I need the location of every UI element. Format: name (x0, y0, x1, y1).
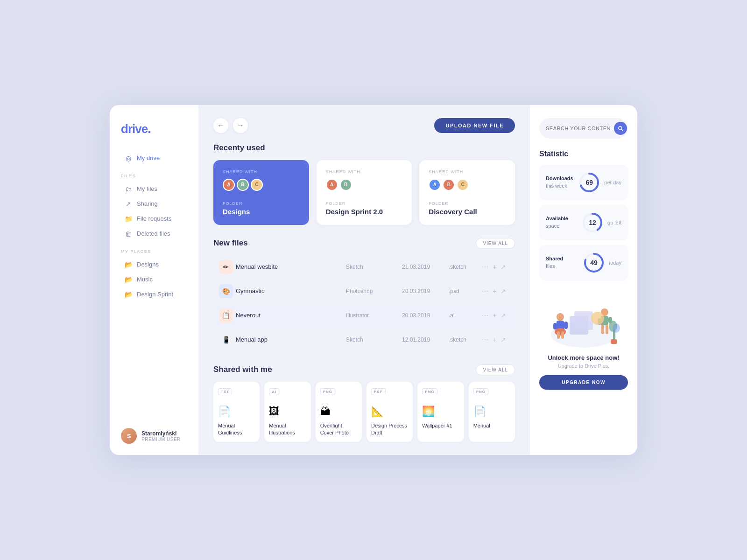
shared-with-me-header: Shared with me VIEW ALL (213, 364, 515, 375)
add-icon[interactable]: + (493, 263, 496, 271)
sidebar-item-music[interactable]: 📂 Music (121, 273, 187, 287)
file-thumb-2: 🎨 (219, 284, 233, 298)
share-icon[interactable]: ↗ (500, 263, 506, 271)
file-row[interactable]: 📋 Neverout Illustrator 20.03.2019 .ai ··… (213, 304, 515, 327)
shared-icon-4: 📐 (371, 406, 408, 418)
search-input[interactable] (546, 126, 610, 131)
more-icon[interactable]: ··· (481, 336, 489, 344)
search-button[interactable] (614, 122, 627, 135)
promo-subtitle: Upgrade to Drive Plus. (558, 363, 610, 369)
file-row[interactable]: ✏ Menual wesbite Sketch 21.03.2019 .sket… (213, 255, 515, 279)
file-name-4: Menual app (236, 336, 346, 343)
sidebar-item-designs[interactable]: 📂 Designs (121, 258, 187, 272)
folder-name-3: Discovery Call (429, 208, 506, 216)
folder-card-discovery-call[interactable]: SHARED WITH A B C FOLDER Discovery Call (419, 160, 515, 225)
add-icon[interactable]: + (493, 312, 496, 319)
folder-card-designs[interactable]: SHARED WITH A B C FOLDER Designs (213, 160, 309, 225)
shared-icon-3: 🏔 (320, 406, 357, 418)
file-ext-3: .ai (449, 312, 481, 319)
shared-view-all[interactable]: VIEW ALL (476, 364, 515, 375)
user-profile[interactable]: S Staromlyński PREMIUM USER (121, 420, 187, 444)
stat-value-downloads: 69 (586, 179, 593, 186)
add-icon[interactable]: + (493, 287, 496, 295)
stat-downloads-label: Downloads (546, 175, 573, 182)
svg-line-1 (621, 129, 622, 130)
recently-used-title: Recenty used (213, 143, 515, 153)
file-actions-2: ··· + ↗ (481, 287, 509, 295)
svg-point-24 (591, 312, 604, 325)
shared-name-4: Design Process Draft (371, 422, 408, 437)
folder-icon: 🗂 (125, 185, 132, 193)
shared-icon-2: 🖼 (269, 406, 306, 418)
more-icon[interactable]: ··· (481, 287, 489, 295)
avatar: S (121, 428, 137, 444)
more-icon[interactable]: ··· (481, 311, 489, 320)
shared-card-5[interactable]: PNG 🌅 Wallpaper #1 (417, 382, 464, 442)
sidebar-item-my-files[interactable]: 🗂 My files (121, 182, 187, 196)
shared-grid: TXT 📄 Menual Guidliness AI 🖼 Menual Illu… (213, 382, 515, 442)
folder-type-3: FOLDER (429, 201, 506, 206)
shared-card-3[interactable]: PNG 🏔 Overflight Cover Photo (316, 382, 362, 442)
share-icon[interactable]: ↗ (500, 336, 506, 343)
new-files-view-all[interactable]: VIEW ALL (476, 238, 515, 249)
folder-name-2: Design Sprint 2.0 (326, 208, 403, 216)
shared-with-label-2: SHARED WITH (326, 169, 403, 174)
folder-name-1: Designs (223, 208, 300, 216)
add-icon[interactable]: + (493, 336, 496, 343)
stat-value-shared: 49 (590, 259, 598, 266)
shared-card-6[interactable]: PNG 📄 Menual (469, 382, 515, 442)
shared-with-me-title: Shared with me (213, 365, 272, 374)
share-icon[interactable]: ↗ (500, 312, 506, 319)
stat-suffix-space: gb left (607, 220, 621, 225)
back-button[interactable]: ← (213, 118, 228, 133)
sidebar-item-my-drive[interactable]: ◎ My drive (121, 151, 187, 165)
shared-with-label-1: SHARED WITH (223, 169, 300, 174)
badge-5: PNG (422, 388, 437, 395)
file-row[interactable]: 🎨 Gymnastic Photoshop 20.03.2019 .psd ··… (213, 280, 515, 303)
badge-4: PSF (371, 388, 386, 395)
upload-button[interactable]: UPLOAD NEW FILE (434, 118, 515, 133)
avatar-1b: B (237, 179, 249, 191)
folder-icon-music: 📂 (125, 276, 132, 283)
upgrade-button[interactable]: UPGRADE NOW (539, 375, 628, 390)
file-app-1: Sketch (346, 264, 402, 270)
shared-with-label-3: SHARED WITH (429, 169, 506, 174)
folder-type-1: FOLDER (223, 201, 300, 206)
promo-illustration (544, 293, 623, 349)
sidebar-item-deleted-files[interactable]: 🗑 Deleted files (121, 227, 187, 241)
folder-card-design-sprint[interactable]: SHARED WITH A B FOLDER Design Sprint 2.0 (317, 160, 412, 225)
sidebar-item-design-sprint[interactable]: 📂 Design Sprint (121, 287, 187, 301)
sidebar-item-file-requests[interactable]: 📁 File requests (121, 212, 187, 226)
shared-name-1: Menual Guidliness (218, 422, 255, 437)
shared-icon-6: 📄 (473, 406, 510, 418)
avatar-1c: C (251, 179, 263, 191)
files-section-label: FILES (121, 174, 187, 178)
avatars-row-1: A B C (223, 179, 300, 191)
shared-icon-1: 📄 (218, 406, 255, 418)
sidebar-item-sharing[interactable]: ↗ Sharing (121, 197, 187, 211)
folder-type-2: FOLDER (326, 201, 403, 206)
shared-card-4[interactable]: PSF 📐 Design Process Draft (366, 382, 413, 442)
main-header: ← → UPLOAD NEW FILE (213, 118, 515, 133)
svg-rect-13 (553, 323, 557, 329)
file-row[interactable]: 📱 Menual app Sketch 12.01.2019 .sketch ·… (213, 328, 515, 351)
shared-card-1[interactable]: TXT 📄 Menual Guidliness (213, 382, 260, 442)
stat-ring-shared: 49 (583, 252, 605, 274)
file-app-4: Sketch (346, 336, 402, 343)
promo-box: Unlock more space now! Upgrade to Drive … (539, 293, 628, 444)
file-actions-1: ··· + ↗ (481, 263, 509, 271)
forward-button[interactable]: → (233, 118, 248, 133)
svg-rect-16 (557, 331, 560, 339)
svg-rect-23 (606, 325, 608, 334)
avatar-2a: A (326, 179, 338, 191)
share-icon[interactable]: ↗ (500, 287, 506, 295)
stat-suffix-shared: today (609, 260, 621, 266)
more-icon[interactable]: ··· (481, 263, 489, 271)
search-bar (539, 118, 628, 139)
svg-rect-28 (611, 339, 617, 344)
request-icon: 📁 (125, 215, 132, 223)
shared-card-2[interactable]: AI 🖼 Menual Illustrations (264, 382, 310, 442)
shared-icon-5: 🌅 (422, 406, 459, 418)
file-thumb-1: ✏ (219, 260, 233, 274)
sidebar: drive. ◎ My drive FILES 🗂 My files ↗ Sha… (110, 105, 198, 455)
